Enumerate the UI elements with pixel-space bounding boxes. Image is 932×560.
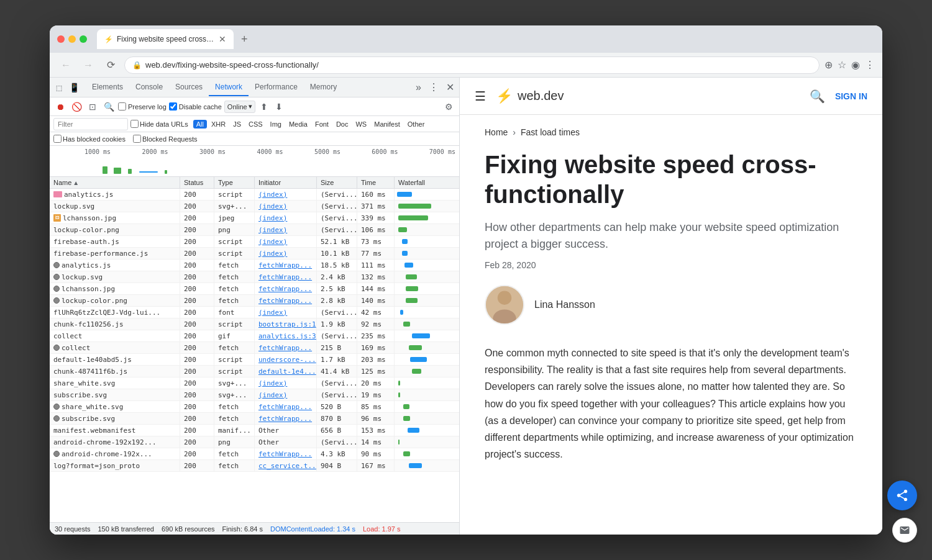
table-row[interactable]: firebase-performance.js 200 script (inde… xyxy=(50,248,459,260)
col-initiator[interactable]: Initiator xyxy=(255,177,317,188)
cast-icon[interactable]: ⊕ xyxy=(825,59,833,71)
table-row[interactable]: share_white.svg 200 fetch fetchWrapp... … xyxy=(50,401,459,413)
table-row[interactable]: lockup.svg 200 svg+... (index) (Servi...… xyxy=(50,201,459,212)
blocked-requests-checkbox[interactable]: Blocked Requests xyxy=(133,135,198,143)
minimize-traffic-light[interactable] xyxy=(68,35,76,43)
tab-close-button[interactable]: ✕ xyxy=(219,34,226,44)
col-time[interactable]: Time xyxy=(357,177,395,188)
active-tab[interactable]: ⚡ Fixing website speed cross-fu... ✕ xyxy=(97,29,234,49)
cell-size: 18.5 kB xyxy=(317,260,357,271)
cell-waterfall xyxy=(395,189,459,200)
table-row[interactable]: collect 200 gif analytics.js:36 (Servi..… xyxy=(50,330,459,342)
table-row[interactable]: 🖼 lchansson.jpg 200 jpeg (index) (Servi.… xyxy=(50,212,459,224)
filter-type-manifest[interactable]: Manifest xyxy=(371,120,403,129)
table-row[interactable]: firebase-auth.js 200 script (index) 52.1… xyxy=(50,236,459,248)
tab-sources[interactable]: Sources xyxy=(169,79,209,96)
cell-initiator: fetchWrapp... xyxy=(255,295,317,306)
forward-button[interactable]: → xyxy=(80,56,97,74)
table-row[interactable]: lockup-color.png 200 png (index) (Servi.… xyxy=(50,224,459,236)
maximize-traffic-light[interactable] xyxy=(80,35,87,43)
table-row[interactable]: lockup-color.png 200 fetch fetchWrapp...… xyxy=(50,295,459,307)
device-toolbar-icon[interactable]: 📱 xyxy=(67,81,81,94)
filter-type-all[interactable]: All xyxy=(193,120,207,129)
clear-button[interactable]: 🚫 xyxy=(70,100,83,114)
col-size[interactable]: Size xyxy=(317,177,357,188)
table-row[interactable]: flUhRq6tzZclQEJ-Vdg-lui... 200 font (ind… xyxy=(50,307,459,318)
search-icon[interactable]: 🔍 xyxy=(810,89,825,104)
cell-status: 200 xyxy=(180,448,214,459)
col-status[interactable]: Status xyxy=(180,177,214,188)
filter-input[interactable] xyxy=(53,118,128,130)
export-button[interactable]: ⬇ xyxy=(273,101,285,113)
new-tab-button[interactable]: + xyxy=(236,30,253,48)
tab-elements[interactable]: Elements xyxy=(86,79,129,96)
table-row[interactable]: chunk-fc110256.js 200 script bootstrap.j… xyxy=(50,318,459,330)
search-button[interactable]: 🔍 xyxy=(102,100,116,114)
filter-type-other[interactable]: Other xyxy=(404,120,428,129)
tab-performance[interactable]: Performance xyxy=(249,79,304,96)
col-name[interactable]: Name ▲ xyxy=(50,177,180,188)
hamburger-menu-icon[interactable]: ☰ xyxy=(475,89,486,104)
menu-icon[interactable]: ⋮ xyxy=(865,59,875,71)
table-row[interactable]: share_white.svg 200 svg+... (index) (Ser… xyxy=(50,377,459,389)
tab-network[interactable]: Network xyxy=(209,79,249,96)
import-button[interactable]: ⬆ xyxy=(258,101,270,113)
filter-type-font[interactable]: Font xyxy=(312,120,332,129)
table-row[interactable]: default-1e40abd5.js 200 script underscor… xyxy=(50,354,459,366)
cell-waterfall xyxy=(395,283,459,294)
table-row[interactable]: subscribe.svg 200 svg+... (index) (Servi… xyxy=(50,389,459,401)
webdev-logo[interactable]: ⚡ web.dev xyxy=(496,88,564,104)
filter-type-xhr[interactable]: XHR xyxy=(208,120,229,129)
inspect-element-icon[interactable]: ⬚ xyxy=(52,81,66,94)
has-blocked-cookies-checkbox[interactable]: Has blocked cookies xyxy=(53,135,126,143)
table-row[interactable]: android-chrome-192x192... 200 png Other … xyxy=(50,436,459,448)
table-row[interactable]: analytics.js 200 fetch fetchWrapp... 18.… xyxy=(50,260,459,271)
table-row[interactable]: chunk-487411f6b.js 200 script default-1e… xyxy=(50,366,459,377)
throttling-arrow: ▾ xyxy=(249,102,252,111)
record-button[interactable]: ⏺ xyxy=(53,100,67,114)
hide-data-urls-checkbox[interactable]: Hide data URLs xyxy=(130,120,188,128)
filter-type-js[interactable]: JS xyxy=(230,120,244,129)
filter-type-ws[interactable]: WS xyxy=(352,120,370,129)
tab-memory[interactable]: Memory xyxy=(304,79,343,96)
cell-name: chunk-487411f6b.js xyxy=(50,366,180,377)
filter-type-doc[interactable]: Doc xyxy=(333,120,352,129)
table-row[interactable]: lockup.svg 200 fetch fetchWrapp... 2.4 k… xyxy=(50,271,459,283)
preserve-log-checkbox[interactable]: Preserve log xyxy=(118,102,167,111)
devtools-options-button[interactable]: ⋮ xyxy=(426,80,441,94)
sign-in-button[interactable]: SIGN IN xyxy=(835,91,867,101)
reload-button[interactable]: ⟳ xyxy=(102,56,119,74)
devtools-more-tabs-button[interactable]: » xyxy=(413,80,424,94)
table-row[interactable]: analytics.js 200 script (index) (Servi..… xyxy=(50,189,459,201)
breadcrumb-home[interactable]: Home xyxy=(485,127,508,137)
throttling-dropdown[interactable]: Online ▾ xyxy=(224,101,255,113)
cell-time: 169 ms xyxy=(357,342,395,353)
col-waterfall[interactable]: Waterfall xyxy=(395,177,459,188)
url-bar[interactable]: 🔒 web.dev/fixing-website-speed-cross-fun… xyxy=(124,56,820,74)
table-row[interactable]: lchansson.jpg 200 fetch fetchWrapp... 2.… xyxy=(50,283,459,295)
col-type[interactable]: Type xyxy=(214,177,255,188)
filter-type-img[interactable]: Img xyxy=(267,120,285,129)
back-button[interactable]: ← xyxy=(57,56,75,74)
table-row[interactable]: subscribe.svg 200 fetch fetchWrapp... 87… xyxy=(50,413,459,425)
cell-size: (Servi... xyxy=(317,224,357,235)
close-traffic-light[interactable] xyxy=(57,35,65,43)
cell-size: 904 B xyxy=(317,460,357,471)
table-row[interactable]: manifest.webmanifest 200 manif... Other … xyxy=(50,425,459,436)
table-row[interactable]: log?format=json_proto 200 fetch cc_servi… xyxy=(50,460,459,472)
table-row[interactable]: android-chrome-192x... 200 fetch fetchWr… xyxy=(50,448,459,460)
disable-cache-checkbox[interactable]: Disable cache xyxy=(169,102,222,111)
table-row[interactable]: collect 200 fetch fetchWrapp... 215 B 16… xyxy=(50,342,459,354)
bookmark-icon[interactable]: ☆ xyxy=(838,59,846,71)
filter-type-media[interactable]: Media xyxy=(286,120,311,129)
filter-type-css[interactable]: CSS xyxy=(245,120,266,129)
webpage-content: ☰ ⚡ web.dev 🔍 SIGN IN Home › Fast load t… xyxy=(460,78,882,535)
devtools-close-button[interactable]: ✕ xyxy=(444,80,457,94)
cell-time: 144 ms xyxy=(357,283,395,294)
cell-time: 235 ms xyxy=(357,330,395,341)
tab-console[interactable]: Console xyxy=(129,79,169,96)
settings-button[interactable]: ⚙ xyxy=(442,101,455,113)
filter-button[interactable]: ⊡ xyxy=(86,100,99,114)
cell-initiator: underscore-... xyxy=(255,354,317,365)
profile-icon[interactable]: ◉ xyxy=(851,59,860,71)
